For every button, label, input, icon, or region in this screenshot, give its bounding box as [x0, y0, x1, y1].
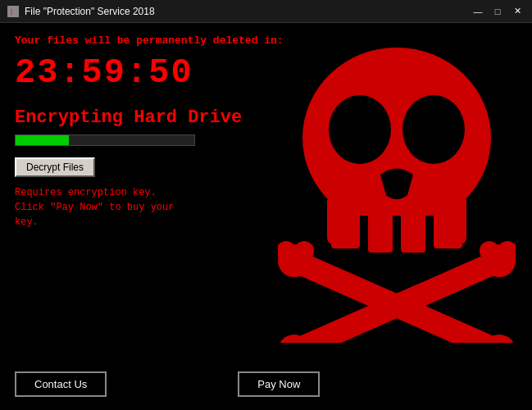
svg-rect-8	[360, 216, 368, 248]
svg-point-19	[480, 241, 499, 261]
decrypt-button[interactable]: Decrypt Files	[15, 157, 95, 177]
skull-graphic	[278, 31, 516, 343]
svg-point-12	[402, 95, 465, 164]
svg-rect-6	[401, 207, 425, 253]
bottom-buttons: Contact Us Pay Now	[0, 371, 532, 397]
note-line1: Requires encryption key.	[15, 187, 157, 198]
svg-rect-4	[331, 207, 360, 248]
minimize-button[interactable]: —	[470, 4, 486, 19]
svg-rect-5	[368, 207, 393, 253]
svg-rect-9	[393, 216, 401, 253]
svg-rect-10	[425, 216, 434, 248]
window-title: File "Protection" Service 2018	[25, 6, 155, 17]
svg-point-11	[329, 95, 391, 164]
svg-text:!: !	[9, 8, 14, 17]
progress-bar-container	[15, 134, 195, 146]
pay-now-button[interactable]: Pay Now	[238, 371, 320, 397]
maximize-button[interactable]: □	[489, 4, 506, 19]
window-controls: — □ ✕	[470, 4, 525, 19]
svg-rect-7	[434, 207, 462, 248]
contact-button[interactable]: Contact Us	[15, 371, 107, 397]
note-text: Requires encryption key. Click "Pay Now"…	[15, 185, 179, 230]
title-bar-left: ! File "Protection" Service 2018	[7, 5, 155, 18]
app-icon: !	[7, 5, 20, 18]
note-line2: Click "Pay Now" to buy your key.	[15, 202, 174, 228]
main-content: Your files will be permanently deleted i…	[0, 23, 532, 410]
close-button[interactable]: ✕	[509, 4, 525, 19]
progress-bar-fill	[16, 135, 69, 145]
svg-point-17	[294, 241, 314, 261]
title-bar: ! File "Protection" Service 2018 — □ ✕	[0, 0, 532, 23]
